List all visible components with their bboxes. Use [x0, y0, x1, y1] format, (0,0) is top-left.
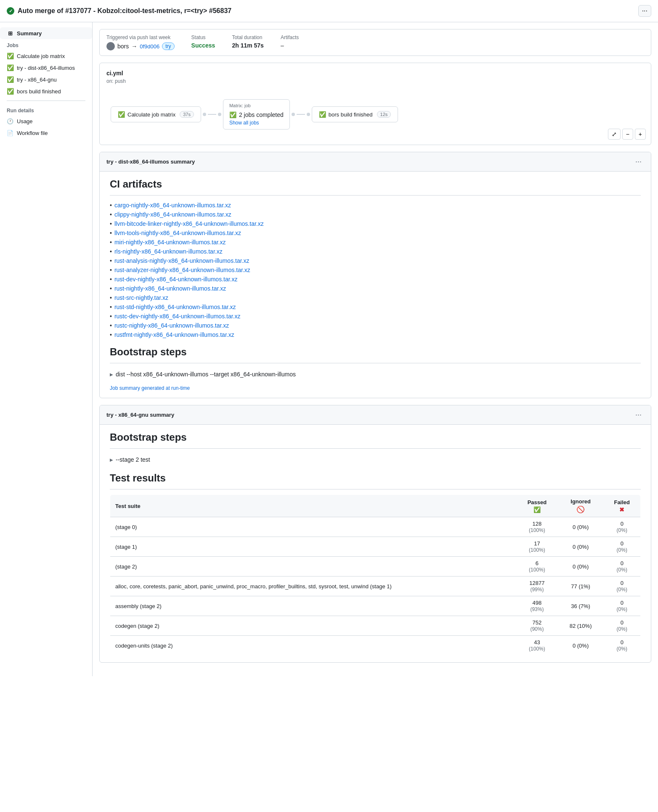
run-details-label: Run details — [0, 104, 92, 115]
list-item: rust-analyzer-nightly-x86_64-unknown-ill… — [110, 265, 641, 275]
list-item: rustfmt-nightly-x86_64-unknown-illumos.t… — [110, 330, 641, 339]
artifact-list: cargo-nightly-x86_64-unknown-illumos.tar… — [110, 201, 641, 339]
ignored-cell: 0 (0%) — [558, 557, 604, 577]
failed-cell: 0(0%) — [603, 636, 640, 656]
artifact-link-2[interactable]: clippy-nightly-x86_64-unknown-illumos.ta… — [114, 211, 231, 218]
ci-artifacts-title: CI artifacts — [110, 178, 641, 190]
ignored-icon: 🚫 — [576, 505, 585, 513]
zoom-in-button[interactable]: + — [635, 129, 646, 140]
connector-line-2 — [297, 114, 305, 115]
artifact-link-5[interactable]: miri-nightly-x86_64-unknown-illumos.tar.… — [114, 239, 226, 246]
table-row: codegen (stage 2) 752(90%) 82 (10%) 0(0%… — [110, 616, 641, 636]
clock-icon: 🕐 — [7, 118, 13, 124]
workflow-node-matrix: Matrix: job ✅ 2 jobs completed Show all … — [223, 99, 290, 130]
suite-cell: assembly (stage 2) — [110, 596, 517, 616]
artifact-link-6[interactable]: rls-nightly-x86_64-unknown-illumos.tar.x… — [114, 248, 223, 255]
artifact-link-8[interactable]: rust-analyzer-nightly-x86_64-unknown-ill… — [114, 267, 250, 273]
artifact-link-13[interactable]: rustc-dev-nightly-x86_64-unknown-illumos… — [114, 313, 241, 320]
artifact-link-10[interactable]: rust-nightly-x86_64-unknown-illumos.tar.… — [114, 285, 226, 292]
job-summary-note[interactable]: Job summary generated at run-time — [110, 385, 641, 391]
bootstrap-item-1: dist --host x86_64-unknown-illumos --tar… — [110, 368, 641, 380]
sidebar-item-summary[interactable]: ⊞ Summary — [0, 27, 92, 39]
section-more-options-1[interactable]: ··· — [633, 156, 644, 167]
artifact-link-9[interactable]: rust-dev-nightly-x86_64-unknown-illumos.… — [114, 276, 238, 283]
list-item: rust-dev-nightly-x86_64-unknown-illumos.… — [110, 275, 641, 284]
passed-cell: 752(90%) — [516, 616, 558, 636]
failed-cell: 0(0%) — [603, 517, 640, 537]
zoom-out-button[interactable]: − — [622, 129, 633, 140]
list-item: clippy-nightly-x86_64-unknown-illumos.ta… — [110, 210, 641, 219]
main-content: Triggered via push last week bors → 0f9d… — [93, 22, 658, 676]
trigger-info: Triggered via push last week bors → 0f9d… — [106, 34, 175, 50]
workflow-diagram: ✅ Calculate job matrix 37s Matrix: job ✅… — [106, 91, 644, 138]
section-header-2: try - x86_64-gnu summary ··· — [100, 405, 651, 425]
sidebar-divider — [7, 101, 85, 101]
artifact-link-7[interactable]: rust-analysis-nightly-x86_64-unknown-ill… — [114, 257, 249, 264]
table-row: assembly (stage 2) 498(93%) 36 (7%) 0(0%… — [110, 596, 641, 616]
sidebar: ⊞ Summary Jobs ✅ Calculate job matrix ✅ … — [0, 22, 93, 676]
connector-dot-3 — [292, 113, 295, 116]
artifact-link-11[interactable]: rust-src-nightly.tar.xz — [114, 294, 168, 301]
more-options-button[interactable]: ··· — [638, 5, 651, 17]
show-jobs-link[interactable]: Show all jobs — [229, 120, 284, 126]
th-suite: Test suite — [110, 495, 517, 517]
divider-1 — [110, 195, 641, 196]
failed-cell: 0(0%) — [603, 537, 640, 557]
sidebar-item-bors-build[interactable]: ✅ bors build finished — [0, 85, 92, 97]
ignored-cell: 77 (1%) — [558, 577, 604, 596]
artifact-link-12[interactable]: rust-std-nightly-x86_64-unknown-illumos.… — [114, 304, 236, 310]
check-icon-1: ✅ — [7, 53, 13, 59]
th-passed: Passed ✅ — [516, 495, 558, 517]
passed-cell: 43(100%) — [516, 636, 558, 656]
test-results-title: Test results — [110, 472, 641, 484]
divider-3 — [110, 448, 641, 449]
passed-cell: 498(93%) — [516, 596, 558, 616]
list-item: rust-std-nightly-x86_64-unknown-illumos.… — [110, 302, 641, 312]
sidebar-item-usage[interactable]: 🕐 Usage — [0, 115, 92, 127]
bootstrap-title-2: Bootstrap steps — [110, 431, 641, 443]
list-item: miri-nightly-x86_64-unknown-illumos.tar.… — [110, 238, 641, 247]
connector-line-1 — [208, 114, 216, 115]
summary-section-dist-illumos: try - dist-x86_64-illumos summary ··· CI… — [99, 152, 651, 398]
ignored-cell: 36 (7%) — [558, 596, 604, 616]
suite-cell: codegen-units (stage 2) — [110, 636, 517, 656]
artifact-link-14[interactable]: rustc-nightly-x86_64-unknown-illumos.tar… — [114, 322, 229, 329]
connector-dot-4 — [307, 113, 310, 116]
sidebar-item-dist-illumos[interactable]: ✅ try - dist-x86_64-illumos — [0, 62, 92, 74]
list-item: rustc-nightly-x86_64-unknown-illumos.tar… — [110, 321, 641, 330]
check-icon-2: ✅ — [7, 64, 13, 71]
artifact-link-3[interactable]: llvm-bitcode-linker-nightly-x86_64-unkno… — [114, 220, 264, 227]
divider-4 — [110, 489, 641, 489]
failed-cell: 0(0%) — [603, 557, 640, 577]
suite-cell: codegen (stage 2) — [110, 616, 517, 636]
page-header: Auto merge of #137077 - Kobzol:citool-te… — [0, 0, 658, 22]
passed-cell: 17(100%) — [516, 537, 558, 557]
fit-view-button[interactable]: ⤢ — [608, 129, 621, 140]
connector-dot-1 — [203, 113, 206, 116]
sidebar-item-x86-gnu[interactable]: ✅ try - x86_64-gnu — [0, 74, 92, 85]
failed-cell: 0(0%) — [603, 616, 640, 636]
ignored-cell: 0 (0%) — [558, 537, 604, 557]
section-more-options-2[interactable]: ··· — [633, 410, 644, 420]
list-item: llvm-tools-nightly-x86_64-unknown-illumo… — [110, 228, 641, 238]
check-icon-3: ✅ — [7, 76, 13, 83]
sidebar-item-calculate-job-matrix[interactable]: ✅ Calculate job matrix — [0, 50, 92, 62]
sidebar-item-workflow-file[interactable]: 📄 Workflow file — [0, 127, 92, 139]
artifacts-info: Artifacts – — [281, 34, 299, 49]
status-icon — [7, 7, 14, 15]
suite-cell: (stage 2) — [110, 557, 517, 577]
workflow-node-bors: ✅ bors build finished 12s — [312, 106, 398, 122]
connector-dot-2 — [218, 113, 221, 116]
summary-section-x86-gnu: try - x86_64-gnu summary ··· Bootstrap s… — [99, 405, 651, 663]
artifact-link-4[interactable]: llvm-tools-nightly-x86_64-unknown-illumo… — [114, 230, 241, 236]
bootstrap-item-2: --stage 2 test — [110, 454, 641, 466]
test-results-table: Test suite Passed ✅ Ignored 🚫 — [110, 495, 641, 656]
list-item: cargo-nightly-x86_64-unknown-illumos.tar… — [110, 201, 641, 210]
commit-link[interactable]: 0f9d006 — [140, 43, 159, 50]
section-header-1: try - dist-x86_64-illumos summary ··· — [100, 152, 651, 172]
workflow-controls: ⤢ − + — [608, 129, 646, 140]
node-check-icon: ✅ — [118, 111, 125, 118]
table-row: (stage 0) 128(100%) 0 (0%) 0(0%) — [110, 517, 641, 537]
artifact-link-15[interactable]: rustfmt-nightly-x86_64-unknown-illumos.t… — [114, 331, 234, 338]
artifact-link-1[interactable]: cargo-nightly-x86_64-unknown-illumos.tar… — [114, 202, 231, 209]
